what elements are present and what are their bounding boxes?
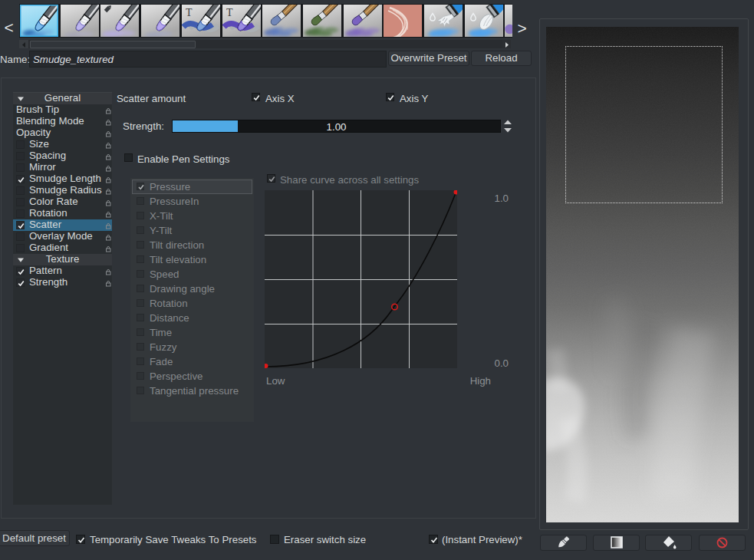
- svg-text:T: T: [186, 7, 193, 18]
- svg-text:T: T: [226, 7, 233, 18]
